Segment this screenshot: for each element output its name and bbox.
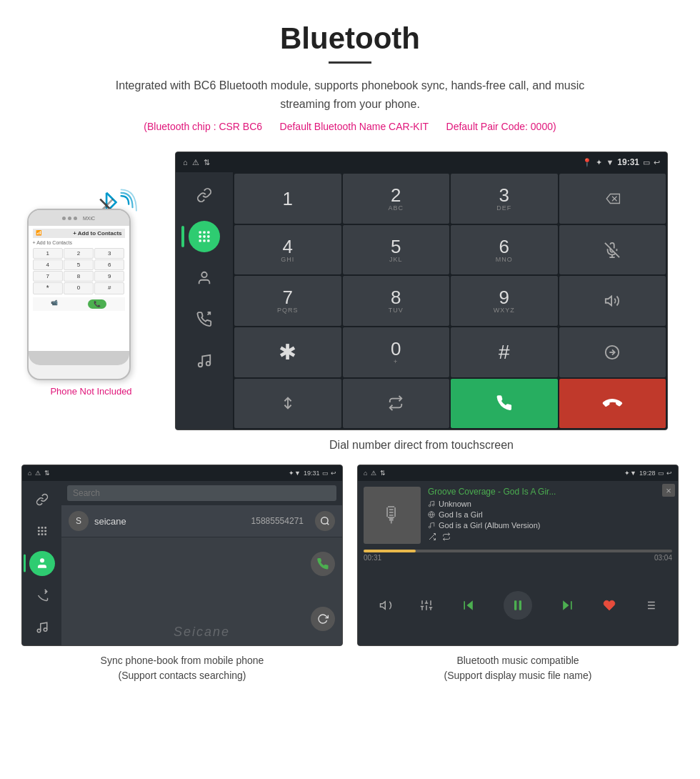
sidebar-item-music[interactable] — [189, 345, 220, 377]
music-current-time: 00:31 — [364, 554, 381, 562]
pb-home-icon: ⌂ — [28, 470, 31, 477]
wifi-icon: ▼ — [606, 158, 614, 167]
music-playlist-button[interactable] — [644, 599, 656, 612]
globe-icon — [428, 511, 435, 518]
music-close-button[interactable]: × — [662, 484, 675, 497]
pb-bt-icon: ✦▼ — [289, 470, 301, 477]
dial-key-merge[interactable] — [343, 379, 450, 429]
dial-key-2[interactable]: 2ABC — [343, 174, 450, 224]
warning-icon: ⚠ — [192, 158, 199, 167]
dial-key-backspace[interactable] — [559, 174, 666, 224]
music-play-button[interactable] — [504, 591, 532, 620]
svg-point-38 — [321, 517, 328, 524]
phonebook-contact-row[interactable]: S seicane 15885554271 — [61, 505, 342, 537]
pb-usb-icon: ⇅ — [44, 470, 50, 477]
dial-caption: Dial number direct from touchscreen — [175, 430, 668, 465]
svg-rect-33 — [44, 534, 46, 536]
battery-icon: ▭ — [643, 158, 650, 167]
pb-battery-icon: ▭ ↩ — [322, 470, 336, 477]
svg-rect-7 — [203, 236, 205, 238]
music-artist-row: Unknown — [428, 500, 672, 508]
svg-point-14 — [199, 363, 203, 367]
pb-sidebar-music[interactable] — [29, 615, 55, 640]
dial-key-4[interactable]: 4GHI — [234, 225, 341, 275]
contact-name: seicane — [94, 516, 246, 527]
bluetooth-status-icon: ✦ — [596, 158, 602, 167]
music-total-time: 03:04 — [654, 554, 672, 562]
dial-key-volume[interactable] — [559, 276, 666, 326]
dial-key-6[interactable]: 6MNO — [451, 225, 558, 275]
phonebook-refresh-button[interactable] — [311, 607, 335, 631]
pb-sidebar-dialpad[interactable] — [29, 519, 55, 544]
dial-key-3[interactable]: 3DEF — [451, 174, 558, 224]
phone-keypad: 123 456 789 * 0 # — [33, 248, 125, 294]
phonebook-screenshot: ⌂ ⚠ ⇅ ✦▼ 19:31 ▭ ↩ — [21, 465, 343, 646]
top-content-row: MXiC 📶 + Add to Contacts + Add to Contac… — [0, 140, 700, 465]
dial-key-mute[interactable] — [559, 225, 666, 275]
svg-marker-21 — [606, 297, 611, 306]
svg-point-34 — [40, 558, 44, 562]
music-album-art: 🎙 — [364, 487, 421, 544]
sidebar-item-dialpad[interactable] — [189, 221, 220, 252]
sidebar-item-link[interactable] — [189, 179, 220, 211]
dial-key-split[interactable] — [234, 379, 341, 429]
phone-screen: 📶 + Add to Contacts + Add to Contacts 12… — [29, 226, 129, 351]
back-icon: ↩ — [654, 158, 660, 167]
phonebook-caption: Sync phone-book from mobile phone (Suppo… — [101, 653, 264, 683]
music-album: God Is a Girl — [439, 510, 483, 519]
page-description: Integrated with BC6 Bluetooth module, su… — [100, 76, 600, 113]
dial-screenshot: ⌂ ⚠ ⇅ 📍 ✦ ▼ 19:31 ▭ ↩ — [175, 152, 668, 465]
music-artist: Unknown — [439, 500, 471, 508]
contact-avatar: S — [69, 511, 89, 531]
svg-rect-27 — [44, 527, 46, 529]
phone-not-included-label: Phone Not Included — [50, 386, 131, 397]
music-next-button[interactable] — [560, 598, 574, 612]
music-eq-button[interactable] — [420, 599, 433, 612]
dial-key-0[interactable]: 0+ — [343, 327, 450, 377]
music-progress-fill — [364, 550, 416, 552]
svg-point-41 — [432, 505, 434, 507]
dial-key-end-call[interactable] — [559, 379, 666, 429]
dial-key-hash[interactable]: # — [451, 327, 558, 377]
dial-key-5[interactable]: 5JKL — [343, 225, 450, 275]
phonebook-search-input[interactable] — [67, 485, 336, 501]
contact-search-button[interactable] — [315, 511, 335, 531]
music-info-area: 🎙 Groove Coverage - God Is A Gir... Unkn… — [358, 481, 678, 550]
music-track-info: Groove Coverage - God Is A Gir... Unknow… — [428, 487, 672, 541]
music-progress-area: 00:31 03:04 — [358, 550, 678, 565]
svg-point-44 — [429, 526, 431, 528]
dial-key-swap[interactable] — [559, 327, 666, 377]
svg-point-40 — [429, 505, 431, 507]
music-note-icon — [428, 500, 435, 507]
dial-key-8[interactable]: 8TUV — [343, 276, 450, 326]
dial-key-7[interactable]: 7PQRS — [234, 276, 341, 326]
phonebook-search-bar — [61, 481, 342, 505]
pb-sidebar-link[interactable] — [29, 487, 55, 512]
dial-key-1[interactable]: 1 — [234, 174, 341, 224]
svg-rect-32 — [41, 534, 43, 536]
spec-name: Default Bluetooth Name CAR-KIT — [280, 121, 429, 132]
music-track-row: God is a Girl (Album Version) — [428, 521, 672, 530]
phone-call-button[interactable]: 📞 — [88, 299, 106, 309]
pb-sidebar-recent[interactable] — [29, 583, 55, 608]
seicane-watermark: Seicane — [174, 625, 230, 640]
music-track-name: God is a Girl (Album Version) — [439, 521, 540, 530]
phonebook-call-button[interactable] — [311, 552, 335, 576]
music-volume-button[interactable] — [379, 599, 392, 612]
sidebar-item-contacts[interactable] — [189, 262, 220, 294]
music-caption: Bluetooth music compatible (Support disp… — [444, 653, 592, 683]
dial-key-star[interactable]: ✱ — [234, 327, 341, 377]
status-left-icons: ⌂ ⚠ ⇅ — [183, 158, 210, 167]
svg-rect-26 — [41, 527, 43, 529]
music-prev-button[interactable] — [461, 598, 476, 612]
music-time: 19:28 — [639, 470, 656, 477]
sidebar-item-recent[interactable] — [189, 304, 220, 335]
music-favorite-button[interactable] — [603, 599, 616, 612]
contact-number: 15885554271 — [251, 516, 304, 526]
pb-sidebar-contacts[interactable] — [29, 551, 55, 576]
dial-key-call[interactable] — [451, 379, 558, 429]
music-progress-bar[interactable] — [364, 550, 672, 552]
svg-point-37 — [44, 628, 47, 632]
dial-key-9[interactable]: 9WXYZ — [451, 276, 558, 326]
music-card: ⌂ ⚠ ⇅ ✦▼ 19:28 ▭ ↩ 🎙 — [357, 465, 679, 683]
